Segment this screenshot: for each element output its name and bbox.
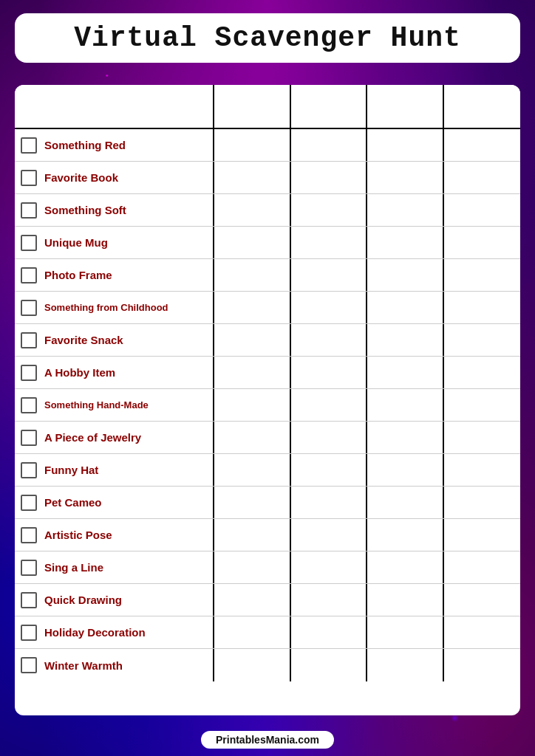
data-cell-8-4 (444, 357, 521, 388)
data-cell-14-4 (444, 551, 521, 583)
data-cell-13-3 (367, 519, 444, 551)
table-row: Sing a Line (15, 551, 520, 584)
checkbox-7[interactable] (21, 332, 37, 348)
data-cell-12-4 (444, 487, 521, 518)
data-cell-5-4 (444, 259, 521, 291)
table: Something RedFavorite BookSomething Soft… (15, 85, 520, 715)
data-cell-16-1 (214, 616, 291, 648)
data-cell-17-4 (444, 649, 521, 681)
data-cell-12-1 (214, 487, 291, 518)
checkbox-11[interactable] (21, 462, 37, 478)
item-cell: Winter Warmth (15, 649, 214, 681)
footer-label: PrintablesMania.com (201, 731, 334, 749)
table-row: Unique Mug (15, 227, 520, 259)
data-cell-2-1 (214, 162, 291, 193)
checkbox-6[interactable] (21, 300, 37, 316)
data-cell-13-1 (214, 519, 291, 551)
data-cell-10-1 (214, 422, 291, 453)
data-cell-14-2 (291, 551, 368, 583)
data-cell-8-2 (291, 357, 368, 388)
checkbox-2[interactable] (21, 170, 37, 186)
data-cell-12-2 (291, 487, 368, 518)
table-row: Something Soft (15, 194, 520, 227)
data-cell-2-4 (444, 162, 521, 193)
data-cell-7-2 (291, 324, 368, 356)
data-cell-9-4 (444, 389, 521, 421)
data-cell-5-1 (214, 259, 291, 291)
item-cell: Photo Frame (15, 259, 214, 291)
data-cell-11-2 (291, 454, 368, 486)
data-cell-5-3 (367, 259, 444, 291)
header-col4 (444, 85, 521, 128)
data-cell-3-3 (367, 194, 444, 226)
data-cell-14-1 (214, 551, 291, 583)
data-cell-4-1 (214, 227, 291, 258)
item-label: Something Red (44, 139, 126, 151)
checkbox-9[interactable] (21, 397, 37, 413)
table-row: Something Hand-Made (15, 389, 520, 422)
item-label: Funny Hat (44, 464, 98, 476)
checkbox-15[interactable] (21, 592, 37, 608)
table-body: Something RedFavorite BookSomething Soft… (15, 129, 520, 715)
data-cell-2-3 (367, 162, 444, 193)
data-cell-17-2 (291, 649, 368, 681)
data-cell-13-2 (291, 519, 368, 551)
data-cell-9-3 (367, 389, 444, 421)
item-label: Favorite Snack (44, 334, 123, 346)
checkbox-16[interactable] (21, 625, 37, 641)
table-row: Something Red (15, 129, 520, 162)
item-label: Winter Warmth (44, 659, 123, 672)
item-cell: Unique Mug (15, 227, 214, 258)
data-cell-5-2 (291, 259, 368, 291)
data-cell-15-1 (214, 584, 291, 616)
data-cell-7-1 (214, 324, 291, 356)
checkbox-3[interactable] (21, 202, 37, 219)
data-cell-11-4 (444, 454, 521, 486)
table-row: Favorite Snack (15, 324, 520, 357)
checkbox-1[interactable] (21, 137, 37, 154)
checkbox-10[interactable] (21, 430, 37, 446)
item-cell: Artistic Pose (15, 519, 214, 551)
data-cell-4-4 (444, 227, 521, 258)
data-cell-15-2 (291, 584, 368, 616)
item-cell: Favorite Snack (15, 324, 214, 356)
header-col3 (367, 85, 444, 128)
data-cell-11-1 (214, 454, 291, 486)
checkbox-5[interactable] (21, 267, 37, 284)
data-cell-16-2 (291, 616, 368, 648)
item-cell: Pet Cameo (15, 487, 214, 518)
checkbox-14[interactable] (21, 560, 37, 576)
data-cell-10-3 (367, 422, 444, 453)
data-cell-9-1 (214, 389, 291, 421)
data-cell-10-2 (291, 422, 368, 453)
table-row: Artistic Pose (15, 519, 520, 551)
item-cell: Sing a Line (15, 551, 214, 583)
data-cell-2-2 (291, 162, 368, 193)
data-cell-15-4 (444, 584, 521, 616)
item-label: Something Hand-Made (44, 399, 149, 410)
data-cell-3-2 (291, 194, 368, 226)
checkbox-13[interactable] (21, 527, 37, 543)
item-cell: A Piece of Jewelry (15, 422, 214, 453)
data-cell-8-1 (214, 357, 291, 388)
checkbox-17[interactable] (21, 657, 37, 673)
data-cell-6-4 (444, 292, 521, 323)
checkbox-12[interactable] (21, 495, 37, 511)
table-row: A Piece of Jewelry (15, 422, 520, 454)
data-cell-7-4 (444, 324, 521, 356)
item-label: Favorite Book (44, 171, 118, 184)
checkbox-8[interactable] (21, 365, 37, 381)
item-label: Quick Drawing (44, 594, 122, 606)
item-cell: Something Hand-Made (15, 389, 214, 421)
data-cell-16-4 (444, 616, 521, 648)
data-cell-4-2 (291, 227, 368, 258)
item-label: Something Soft (44, 204, 126, 216)
item-label: A Piece of Jewelry (44, 431, 141, 444)
checkbox-4[interactable] (21, 235, 37, 251)
data-cell-1-4 (444, 129, 521, 161)
table-row: Quick Drawing (15, 584, 520, 616)
item-cell: Funny Hat (15, 454, 214, 486)
data-cell-13-4 (444, 519, 521, 551)
table-row: Winter Warmth (15, 649, 520, 681)
table-row: Pet Cameo (15, 487, 520, 519)
